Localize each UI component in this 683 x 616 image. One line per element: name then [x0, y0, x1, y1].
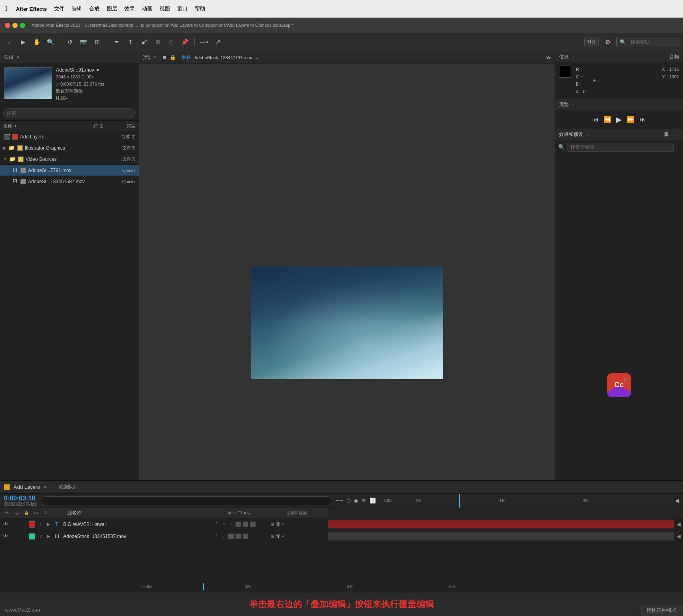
b-value: B：: [576, 80, 585, 88]
project-header: 项目 ≡: [0, 51, 139, 63]
align-button[interactable]: 对齐: [584, 38, 599, 46]
menu-compose[interactable]: 合成: [89, 5, 100, 12]
preview-play-icon[interactable]: ▶: [616, 115, 622, 124]
stamp-icon[interactable]: ⎚: [152, 36, 163, 48]
effects-menu-icon[interactable]: ≡: [586, 132, 589, 137]
project-search-input[interactable]: [3, 108, 136, 118]
transform-icon[interactable]: ↗: [212, 36, 224, 48]
layer-1-right-edge[interactable]: ◀: [674, 521, 683, 527]
hand-icon[interactable]: ✋: [31, 36, 42, 48]
puppet-icon[interactable]: ⊞: [92, 36, 103, 48]
project-item-illustrator[interactable]: ▶ 📁 Illustrator Graphics 文件夹: [0, 142, 139, 154]
layer-1-expand-icon[interactable]: ▶: [46, 522, 52, 526]
layer-left-2: 👁 2 ▶ 🎞 AdobeStock_133451587.mov 亻 / ⊕ 无…: [0, 533, 328, 540]
project-item-add-layers[interactable]: 🎬 Add Layers 合成 ⊞: [0, 131, 139, 142]
menu-edit[interactable]: 编辑: [72, 5, 82, 12]
viewer-expand-icon[interactable]: ≫: [545, 54, 551, 61]
info-menu-icon[interactable]: ≡: [572, 54, 574, 59]
layer-1-visibility-icon[interactable]: 👁: [2, 521, 10, 527]
preview-first-icon[interactable]: ⏮: [592, 116, 599, 123]
ruler-4s: 04s: [347, 584, 449, 589]
library-menu-icon[interactable]: ≡: [677, 132, 679, 137]
sw-1-edit[interactable]: /: [228, 522, 234, 527]
cc-close-icon[interactable]: ✕: [623, 376, 628, 383]
sw-2-edit[interactable]: /: [221, 534, 227, 539]
project-item-adobestock-7791[interactable]: 🎞 AdobeSt...7791.mov Quick↑: [0, 165, 139, 176]
preview-menu-icon[interactable]: ≡: [572, 102, 574, 107]
sw-1-motion[interactable]: 亻: [214, 521, 220, 527]
menu-window[interactable]: 窗口: [177, 5, 188, 12]
expand-icon-video[interactable]: ▼: [3, 157, 7, 161]
home-icon[interactable]: ⌂: [4, 36, 15, 48]
project-item-video-sources[interactable]: ▼ 📁 Video Sources 文件夹: [0, 154, 139, 165]
layer-2-right-edge[interactable]: ◀: [674, 533, 683, 539]
minimize-button[interactable]: [12, 23, 18, 28]
menu-effects[interactable]: 效果: [124, 5, 135, 12]
motion-blur-icon[interactable]: ⟿: [336, 498, 343, 504]
rotate-icon[interactable]: ↺: [64, 36, 76, 48]
layer-2-visibility-icon[interactable]: 👁: [2, 533, 10, 539]
effects-search-input[interactable]: [567, 143, 674, 152]
3d-layer-icon[interactable]: ⬡: [346, 498, 351, 504]
viewer-close-icon[interactable]: ✕: [153, 55, 156, 60]
right-edge-icon[interactable]: ◀: [675, 498, 679, 504]
brush-icon[interactable]: 🖌: [138, 36, 150, 48]
preview-back-icon[interactable]: ⏪: [603, 116, 611, 123]
switch-mode-button[interactable]: 切换开关/模式: [640, 605, 683, 616]
comp-header: Add Layers ≡ 渲染队列: [0, 481, 683, 494]
menu-animate[interactable]: 动画: [142, 5, 152, 12]
menu-layer[interactable]: 图层: [107, 5, 117, 12]
sw-1-star[interactable]: ☆: [221, 522, 227, 527]
solo-icon[interactable]: ◉: [354, 498, 358, 504]
comp-settings-icon[interactable]: ⚙: [361, 498, 366, 504]
markers-icon[interactable]: ⬜: [369, 498, 376, 504]
layer-2-color: [29, 533, 35, 540]
menu-view[interactable]: 视图: [160, 5, 170, 12]
preview-colors: 数百万种颜色: [56, 88, 104, 95]
effects-search-bar: 🔍 +: [555, 140, 683, 154]
label-icon[interactable]: 🏷: [93, 123, 98, 129]
shape-icon[interactable]: ◇: [166, 36, 177, 48]
project-search-bar: [0, 106, 139, 121]
project-menu-icon[interactable]: ≡: [17, 55, 19, 60]
pin-icon[interactable]: 📌: [179, 36, 190, 48]
effects-add-icon[interactable]: +: [676, 144, 680, 151]
close-button[interactable]: [5, 23, 10, 28]
viewer-stop-icon[interactable]: ⏹: [162, 54, 167, 60]
item-type-add-layers: 合成: [98, 134, 130, 140]
help-search-input[interactable]: [627, 38, 675, 46]
separator-1: [60, 38, 60, 46]
app-name-menu[interactable]: After Effects: [16, 6, 47, 12]
preview-resolution: 2048 x 1080 (1.00): [56, 74, 104, 81]
sw-2-motion[interactable]: 亻: [214, 533, 220, 539]
expand-icon-illustrator[interactable]: ▶: [3, 146, 6, 150]
render-queue-button[interactable]: 渲染队列: [58, 484, 78, 490]
layer-left-1: 👁 1 ▶ T BIG WAVES: Hawaii 亻 ☆ / ⊕ 无 ▾: [0, 521, 328, 528]
preview-last-icon[interactable]: ⏭: [639, 116, 646, 123]
comp-menu-icon[interactable]: ≡: [44, 485, 46, 490]
sort-icon[interactable]: ⊞: [100, 123, 104, 129]
text-icon[interactable]: T: [125, 36, 136, 48]
item-color-illustrator: [17, 145, 23, 151]
menu-help[interactable]: 帮助: [195, 5, 205, 12]
r-4s: 04s: [499, 498, 583, 503]
camera-icon[interactable]: 📷: [78, 36, 89, 48]
layer-2-parent-arrow[interactable]: ▾: [282, 534, 284, 538]
settings-icon[interactable]: ⚙: [602, 36, 613, 48]
apple-logo-icon[interactable]: : [5, 5, 7, 12]
layer-2-expand-icon[interactable]: ▶: [46, 534, 52, 538]
motion-icon[interactable]: ⟿: [199, 36, 210, 48]
maximize-button[interactable]: [20, 23, 25, 28]
viewer-menu-icon[interactable]: ≡: [256, 55, 258, 60]
menu-file[interactable]: 文件: [54, 5, 64, 12]
zoom-icon[interactable]: 🔍: [45, 36, 56, 48]
layer-1-parent-arrow[interactable]: ▾: [282, 522, 284, 526]
select-icon[interactable]: ▶: [18, 36, 29, 48]
layer-row-2: 👁 2 ▶ 🎞 AdobeStock_133451587.mov 亻 / ⊕ 无…: [0, 530, 683, 542]
project-item-adobestock-133451587[interactable]: 🎞 AdobeSt...133451587.mov Quick↑: [0, 176, 139, 187]
viewer-lock-icon[interactable]: 🔒: [170, 54, 176, 60]
preview-forward-icon[interactable]: ⏩: [627, 116, 635, 123]
pen-icon[interactable]: ✒: [111, 36, 122, 48]
layer-2-type-icon: 🎞: [53, 534, 61, 539]
timeline-search-input[interactable]: [41, 496, 333, 505]
